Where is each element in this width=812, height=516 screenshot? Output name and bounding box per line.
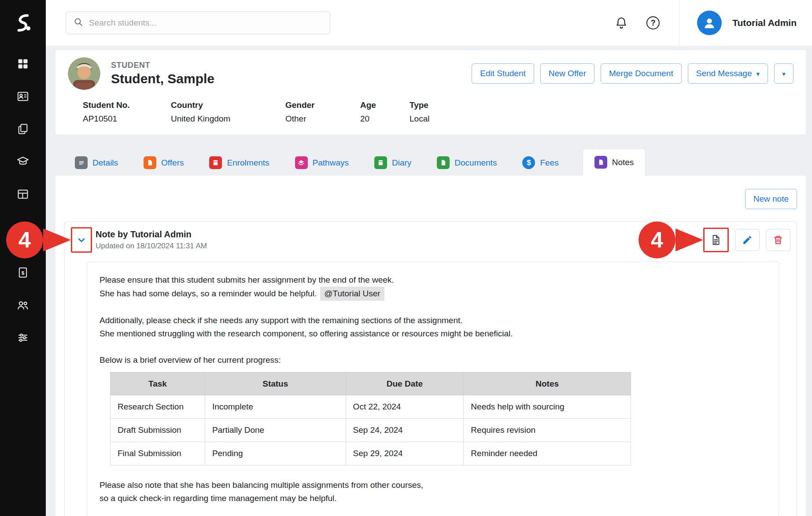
table-row: Research Section Incomplete Oct 22, 2024… [111, 395, 631, 419]
field-label: Type [410, 100, 429, 110]
modules-icon[interactable] [16, 188, 30, 201]
app-logo-icon [0, 0, 46, 46]
search-icon [73, 17, 84, 29]
courses-icon[interactable] [16, 155, 30, 168]
documents-tab-icon [437, 156, 450, 169]
student-tabs: Details Offers Enrolments [55, 148, 806, 176]
new-offer-button[interactable]: New Offer [540, 63, 594, 84]
tab-details[interactable]: Details [73, 150, 120, 176]
content-area: STUDENT Student, Sample Edit Student New… [46, 46, 812, 516]
student-photo [68, 57, 100, 90]
note-actions: 4 [703, 228, 790, 252]
student-name: Student, Sample [111, 71, 214, 86]
student-kicker: STUDENT [111, 61, 214, 70]
notes-panel: New note 4 [55, 176, 806, 516]
topbar: ? Tutorial Admin [46, 0, 812, 46]
sidebar: $ [0, 0, 46, 516]
caret-down-icon: ▾ [782, 70, 786, 77]
note-title-block: Note by Tutorial Admin Updated on 18/10/… [96, 229, 207, 251]
note-document-button[interactable] [705, 230, 727, 250]
note-title: Note by Tutorial Admin [96, 229, 207, 240]
dashboard-icon[interactable] [16, 57, 30, 70]
field-value: Other [285, 114, 360, 124]
send-message-button[interactable]: Send Message ▾ [688, 63, 768, 84]
field-value: 20 [360, 114, 410, 124]
svg-text:4: 4 [651, 228, 663, 252]
agents-icon[interactable] [16, 299, 30, 312]
field-value: AP10501 [83, 114, 171, 124]
field-label: Age [360, 100, 410, 110]
settings-sliders-icon[interactable] [16, 331, 30, 344]
tab-enrolments[interactable]: Enrolments [207, 150, 271, 176]
table-row: Draft Submission Partially Done Sep 24, … [111, 419, 631, 442]
student-fields: Student No.AP10501 CountryUnited Kingdom… [55, 92, 806, 134]
tab-diary[interactable]: Diary [373, 150, 413, 176]
search-input[interactable] [89, 18, 323, 28]
column-header: Task [111, 372, 205, 395]
svg-text:$: $ [22, 270, 25, 276]
merge-document-button[interactable]: Merge Document [601, 63, 682, 84]
notes-tab-icon [594, 156, 607, 169]
student-actions: Edit Student New Offer Merge Document Se… [472, 63, 794, 84]
offers-documents-icon[interactable] [16, 122, 30, 136]
note-paragraph: Please also note that she has been balan… [100, 479, 766, 505]
tab-notes[interactable]: Notes [583, 148, 646, 176]
annotation-step-4-right: 4 [637, 220, 705, 260]
user-mention: @Tutorial User [320, 287, 384, 301]
pathways-tab-icon [295, 156, 308, 169]
user-avatar[interactable] [697, 11, 722, 35]
topbar-right: ? Tutorial Admin [614, 0, 797, 46]
note-paragraph: Please ensure that this student submits … [100, 273, 766, 301]
edit-student-button[interactable]: Edit Student [472, 63, 534, 84]
tab-fees[interactable]: $ Fees [520, 150, 560, 176]
note-paragraph: Below is a brief overview of her current… [100, 354, 766, 367]
tab-documents[interactable]: Documents [435, 150, 498, 176]
fees-tab-icon: $ [522, 156, 535, 169]
sidebar-nav: $ [16, 57, 30, 344]
tab-pathways[interactable]: Pathways [293, 150, 351, 176]
details-tab-icon [75, 156, 88, 169]
search-box[interactable] [66, 11, 330, 34]
progress-table: Task Status Due Date Notes Research Sect… [110, 372, 631, 465]
note-updated-timestamp: Updated on 18/10/2024 11:31 AM [96, 242, 207, 251]
table-row: Final Submission Pending Sep 29, 2024 Re… [111, 442, 631, 465]
main-area: ? Tutorial Admin [46, 0, 812, 516]
diary-tab-icon [374, 156, 387, 169]
students-icon[interactable] [16, 90, 30, 103]
student-header-card: STUDENT Student, Sample Edit Student New… [55, 50, 806, 134]
more-actions-button[interactable]: ▾ [774, 63, 794, 84]
tab-offers[interactable]: Offers [142, 150, 185, 176]
table-header-row: Task Status Due Date Notes [111, 372, 631, 395]
field-label: Gender [285, 100, 360, 110]
fees-invoice-icon[interactable]: $ [16, 266, 30, 279]
field-value: United Kingdom [171, 114, 285, 124]
annotation-box-collapse [71, 227, 92, 253]
new-note-button[interactable]: New note [745, 189, 797, 209]
field-label: Country [171, 100, 285, 110]
edit-note-button[interactable] [735, 229, 760, 251]
offers-tab-icon [144, 156, 156, 169]
student-identity: STUDENT Student, Sample [111, 61, 214, 86]
note-paragraph: Additionally, please check if she needs … [100, 314, 766, 340]
notifications-bell-icon[interactable] [614, 15, 629, 30]
column-header: Notes [464, 372, 631, 395]
enrolments-tab-icon [209, 156, 222, 169]
column-header: Due Date [346, 372, 464, 395]
note-header: 4 Note by Tutoria [65, 222, 797, 258]
app-window: $ [0, 0, 812, 516]
notes-panel-header: New note [55, 176, 806, 209]
help-icon[interactable]: ? [646, 15, 661, 30]
field-label: Student No. [83, 100, 171, 110]
note-card: 4 Note by Tutoria [64, 221, 797, 516]
user-name: Tutorial Admin [732, 18, 797, 28]
caret-down-icon: ▾ [756, 70, 760, 77]
topbar-divider [679, 0, 679, 46]
note-body: Please ensure that this student submits … [87, 262, 779, 516]
collapse-note-button[interactable] [73, 229, 90, 251]
student-header-row: STUDENT Student, Sample Edit Student New… [55, 50, 806, 92]
column-header: Status [205, 372, 346, 395]
annotation-box-document [703, 228, 729, 252]
delete-note-button[interactable] [766, 229, 790, 251]
field-value: Local [410, 114, 429, 124]
